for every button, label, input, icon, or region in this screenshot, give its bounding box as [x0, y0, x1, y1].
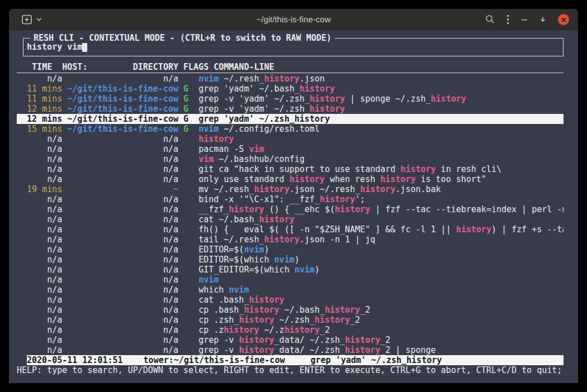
history-row[interactable]: n/a n/a cat .bash_history — [17, 295, 564, 305]
history-row[interactable]: n/a n/a fh() { eval $( ([ -n "$ZSH_NAME"… — [17, 224, 564, 235]
search-input[interactable]: history vim — [27, 42, 563, 52]
history-row[interactable]: n/a n/a pacman -S vim — [17, 144, 564, 154]
history-row[interactable]: n/a n/a EDITOR=$(which nvim) — [17, 255, 564, 265]
history-row[interactable]: n/a n/a vim ~/.bashhub/config — [17, 154, 564, 164]
history-row[interactable]: 11 mins ~/git/this-is-fine-cow G grep -v… — [17, 94, 564, 104]
close-button[interactable]: × — [558, 14, 569, 25]
titlebar-left-controls — [21, 14, 42, 25]
help-bar: HELP: type to search, UP/DOWN to select,… — [17, 365, 564, 375]
table-header: TIME HOST: DIRECTORY FLAGS COMMAND-LINE — [17, 62, 564, 73]
terminal-screen[interactable]: RESH CLI - CONTEXTUAL MODE - (CTRL+R to … — [9, 30, 578, 383]
titlebar-right-controls: × — [485, 14, 569, 25]
history-row[interactable]: n/a n/a nvim — [17, 275, 564, 285]
history-row[interactable]: 12 mins ~/git/this-is-fine-cow G grep 'y… — [17, 114, 564, 124]
history-row[interactable]: n/a n/a cp .zhistory ~/.zhistory_2 — [17, 325, 564, 335]
titlebar[interactable]: ~/git/this-is-fine-cow — [9, 9, 578, 30]
history-row[interactable]: n/a n/a __fzf_history () { __ehc $(histo… — [17, 204, 564, 214]
history-row[interactable]: n/a n/a cp .zsh_history ~/.zsh_history_2 — [17, 315, 564, 325]
history-row[interactable]: n/a n/a grep -v history_data/ ~/.zsh_his… — [17, 345, 564, 355]
search-button[interactable] — [485, 15, 495, 24]
history-row[interactable]: 12 mins ~/git/this-is-fine-cow G grep -v… — [17, 104, 564, 114]
history-row[interactable]: n/a n/a grep -v history_data/ ~/.zsh_his… — [17, 335, 564, 345]
status-location: tower:~/git/this-is-fine-cow — [144, 355, 285, 365]
unmaximize-icon — [539, 16, 546, 23]
close-icon: × — [558, 14, 569, 25]
history-row[interactable]: 19 mins ~ mv ~/.resh_history.json ~/.res… — [17, 184, 564, 194]
unmaximize-button[interactable] — [539, 16, 546, 23]
terminal-window: ~/git/this-is-fine-cow — [9, 9, 578, 383]
history-row[interactable]: n/a n/a nvim ~/.resh_history.json — [17, 74, 564, 84]
status-command: grep 'yadm' ~/.zsh_history — [310, 355, 442, 365]
history-row[interactable]: n/a n/a cat ~/.bash_history — [17, 214, 564, 224]
new-tab-button[interactable] — [21, 14, 32, 25]
menu-button[interactable] — [506, 15, 509, 25]
history-row[interactable]: n/a n/a history — [17, 134, 564, 144]
history-row[interactable]: n/a n/a tail ~/.resh_history.json -n 1 |… — [17, 235, 564, 245]
status-date: 2020-05-11 12:01:51 — [27, 355, 123, 365]
desktop-background: ~/git/this-is-fine-cow — [0, 0, 587, 392]
text-cursor — [82, 43, 87, 52]
history-row[interactable]: 11 mins ~/git/this-is-fine-cow G grep 'y… — [17, 84, 564, 94]
history-row[interactable]: n/a n/a bind -x '"\C-x1": __fzf_history'… — [17, 194, 564, 204]
resh-search-box: RESH CLI - CONTEXTUAL MODE - (CTRL+R to … — [23, 38, 564, 56]
history-row[interactable]: n/a n/a only use standard history when r… — [17, 174, 564, 184]
chevron-down-icon — [36, 17, 42, 21]
tab-dropdown-button[interactable] — [36, 17, 42, 21]
search-icon — [485, 15, 495, 24]
history-row[interactable]: 15 mins ~/git/this-is-fine-cow G nvim ~/… — [17, 124, 564, 134]
history-row[interactable]: n/a n/a EDITOR=$(nvim) — [17, 245, 564, 255]
status-bar: 2020-05-11 12:01:51tower:~/git/this-is-f… — [27, 355, 564, 365]
minimize-button[interactable] — [521, 16, 528, 23]
search-query: history vim — [27, 42, 82, 52]
history-row[interactable]: n/a n/a which nvim — [17, 285, 564, 295]
search-box-title: RESH CLI - CONTEXTUAL MODE - (CTRL+R to … — [30, 33, 335, 43]
minimize-icon — [521, 16, 528, 23]
new-tab-icon — [21, 14, 32, 25]
history-row[interactable]: n/a n/a git ca "hack in support to use s… — [17, 164, 564, 174]
history-row[interactable]: n/a n/a GIT_EDITOR=$(which nvim) — [17, 265, 564, 275]
history-table-rows: n/a n/a nvim ~/.resh_history.json 11 min… — [17, 74, 564, 355]
kebab-menu-icon — [506, 15, 509, 25]
history-row[interactable]: n/a n/a cp .bash_history ~/.bash_history… — [17, 305, 564, 315]
